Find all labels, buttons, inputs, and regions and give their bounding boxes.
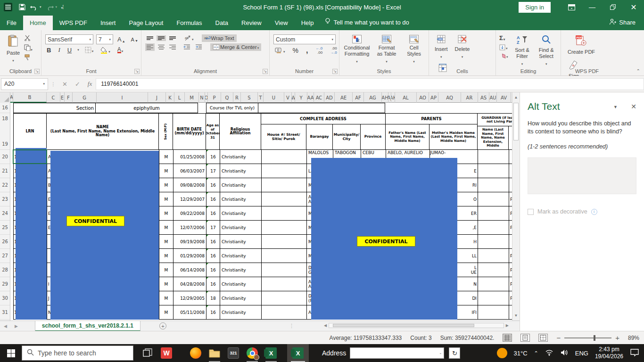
cell-age[interactable]: 16 [206, 263, 220, 277]
tab-file[interactable]: File [0, 16, 23, 30]
cell-age[interactable]: 16 [206, 305, 220, 320]
header-barangay[interactable]: Barangay [306, 124, 333, 149]
column-header-Q[interactable]: Q [221, 92, 233, 103]
show-hidden-icons-chevron[interactable]: ⌃ [534, 350, 538, 356]
column-header-P[interactable]: P [208, 92, 221, 103]
sign-in-button[interactable]: Sign in [519, 2, 551, 13]
row-header-20[interactable]: 20 [0, 150, 10, 164]
row-header-23[interactable]: 23 [0, 192, 10, 206]
volume-icon[interactable] [560, 349, 569, 357]
underline-button[interactable]: U [66, 46, 73, 54]
file-explorer-icon[interactable] [205, 344, 224, 362]
cell-religion[interactable]: Christianity [220, 305, 262, 320]
accounting-format-icon[interactable]: ▾ [273, 47, 287, 54]
column-header-AO[interactable]: AO [417, 92, 429, 103]
create-pdf-button[interactable]: PDF Create PDF [565, 33, 598, 57]
cell-age[interactable]: 16 [206, 277, 220, 291]
column-header-R[interactable]: R [233, 92, 241, 103]
customize-qat-icon[interactable]: ᎒▾ [62, 4, 62, 10]
cell-gname[interactable] [478, 291, 509, 305]
align-right-icon[interactable] [168, 43, 177, 51]
sheet-nav-right-icon[interactable]: ▶ [11, 324, 22, 329]
cell-house[interactable] [262, 164, 307, 178]
header-lrn[interactable]: LRN [13, 113, 47, 150]
zoom-slider[interactable] [564, 337, 611, 338]
number-dialog-launcher[interactable]: ↘ [332, 69, 338, 74]
column-header-J[interactable]: J [148, 92, 166, 103]
page-break-view-icon[interactable] [538, 334, 548, 342]
ribbon-display-options-icon[interactable] [561, 0, 582, 14]
tab-data[interactable]: Data [209, 16, 235, 30]
task-view-button[interactable] [138, 344, 157, 362]
column-header-AQ[interactable]: AQ [438, 92, 461, 103]
number-format-select[interactable]: Custom▾ [273, 34, 336, 44]
decrease-decimal-icon[interactable]: .00→.0 [329, 46, 339, 55]
column-header-AE[interactable]: AE [335, 92, 353, 103]
header-municipality[interactable]: Municipality/ City [333, 124, 361, 149]
hscroll-left-arrow[interactable]: ◀ [322, 323, 329, 328]
select-all-corner[interactable] [0, 92, 10, 103]
decrease-font-icon[interactable]: A▼ [130, 36, 140, 43]
wifi-icon[interactable] [545, 349, 553, 357]
font-dialog-launcher[interactable]: ↘ [134, 69, 140, 74]
header-age[interactable]: Age as of October 31 [206, 113, 220, 150]
cell-gname[interactable] [478, 164, 509, 178]
course-label-cell[interactable]: Course (for TVL only) [206, 103, 258, 113]
cell-sex[interactable]: M [159, 291, 173, 305]
section-label-cell[interactable]: Section [13, 103, 96, 113]
temperature-label[interactable]: 31°C [514, 350, 528, 357]
header-guardian-title[interactable]: GUARDIAN (if learner is not Living Paren… [478, 114, 512, 126]
header-guardian-name[interactable]: Name (Last Name, First Name, Name Extens… [478, 126, 509, 149]
cell-sex[interactable]: M [159, 221, 173, 235]
cell-gname[interactable] [478, 235, 509, 249]
cell-house[interactable] [262, 249, 307, 263]
scroll-down-arrow[interactable]: ▼ [512, 313, 520, 318]
address-dropdown-icon[interactable]: ⌄ [439, 351, 442, 355]
header-religion[interactable]: Religious Affiliation [220, 113, 261, 150]
column-header-AF[interactable]: AF [353, 92, 364, 103]
horizontal-scrollbar[interactable]: ◀ ▶ [322, 322, 511, 329]
cell-gname[interactable] [478, 249, 509, 263]
column-header-G[interactable]: G [73, 92, 97, 103]
orientation-icon[interactable]: ab▾ [183, 34, 195, 42]
zoom-level[interactable]: 89% [628, 335, 639, 341]
hscroll-right-arrow[interactable]: ▶ [504, 323, 511, 328]
cell-religion[interactable]: Christianity [220, 221, 262, 235]
row-header-30[interactable]: 30 [0, 291, 10, 305]
page-layout-view-icon[interactable] [520, 334, 530, 342]
header-relationship[interactable]: Relat [509, 126, 512, 149]
header-sex[interactable]: Sex (M/F) [159, 113, 173, 150]
cell-gname[interactable] [478, 263, 509, 277]
cell-age[interactable]: 16 [206, 178, 220, 192]
cell-sex[interactable]: M [159, 249, 173, 263]
clipboard-dialog-launcher[interactable]: ↘ [34, 69, 40, 74]
cell-sex[interactable]: M [159, 235, 173, 249]
column-header-AH[interactable]: AH [382, 92, 388, 103]
undo-dropdown[interactable]: ▾ [40, 5, 41, 9]
cell-religion[interactable]: Christianity [220, 235, 262, 249]
column-header-M[interactable]: M [185, 92, 199, 103]
cell-religion[interactable]: Christianity [220, 277, 262, 291]
row-header-21[interactable]: 21 [0, 164, 10, 178]
address-input[interactable]: ⌄ [350, 347, 444, 359]
cell-religion[interactable]: Christianity [220, 164, 262, 178]
cell-sex[interactable]: M [159, 164, 173, 178]
clear-icon[interactable]: ▾ [498, 53, 510, 59]
mark-decorative-checkbox[interactable] [528, 209, 534, 215]
cell-religion[interactable]: Christianity [220, 178, 262, 192]
column-header-AG[interactable]: AG [364, 92, 382, 103]
italic-button[interactable]: I [57, 46, 61, 54]
cell-sex[interactable]: M [159, 305, 173, 320]
info-icon[interactable]: i [591, 209, 597, 215]
row-header-16[interactable]: 16 [0, 103, 10, 113]
header-name[interactable]: NAME(Last Name, First Name, Name Extensi… [47, 113, 159, 150]
column-header-E[interactable]: E [60, 92, 65, 103]
zoom-in-icon[interactable]: + [615, 334, 619, 342]
cell-birth[interactable]: 01/29/2008 [173, 249, 206, 263]
start-button[interactable] [0, 344, 22, 362]
column-header-C[interactable]: C [47, 92, 60, 103]
column-header-AU[interactable]: AU [489, 92, 497, 103]
wrap-text-button[interactable]: ab Wrap Text [202, 34, 237, 42]
percent-style-icon[interactable]: % [291, 46, 300, 55]
format-as-table-button[interactable]: Format as Table▾ [373, 33, 400, 66]
